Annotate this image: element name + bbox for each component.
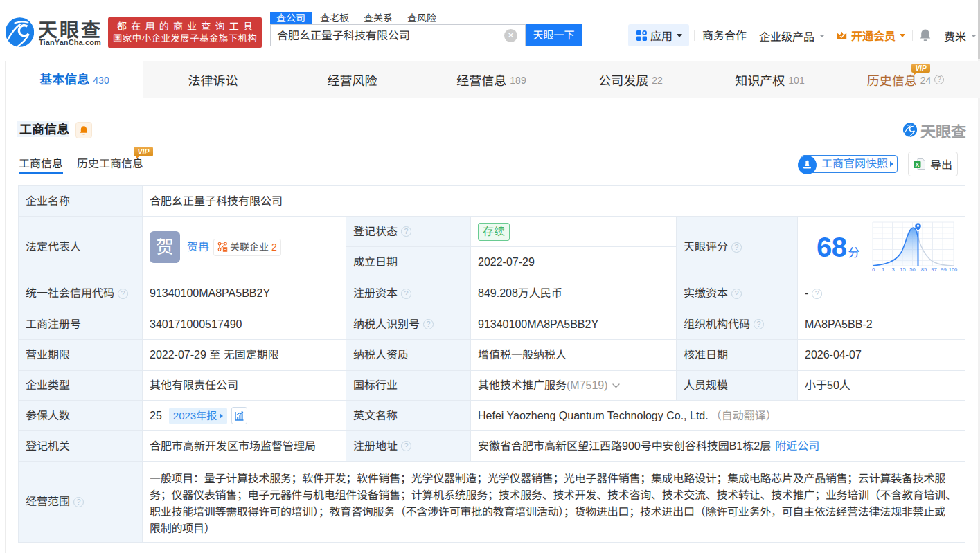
svg-text:50: 50 xyxy=(909,266,915,272)
svg-text:97: 97 xyxy=(931,266,936,272)
svg-text:VIP: VIP xyxy=(138,147,150,156)
svg-text:1: 1 xyxy=(882,266,884,272)
svg-text:99: 99 xyxy=(941,266,946,272)
svg-text:15: 15 xyxy=(900,266,905,272)
svg-text:VIP: VIP xyxy=(915,64,926,72)
svg-text:0: 0 xyxy=(872,266,875,272)
svg-text:85: 85 xyxy=(921,266,927,272)
svg-text:100: 100 xyxy=(949,266,958,272)
svg-text:X: X xyxy=(915,161,919,168)
svg-text:3: 3 xyxy=(891,266,894,272)
